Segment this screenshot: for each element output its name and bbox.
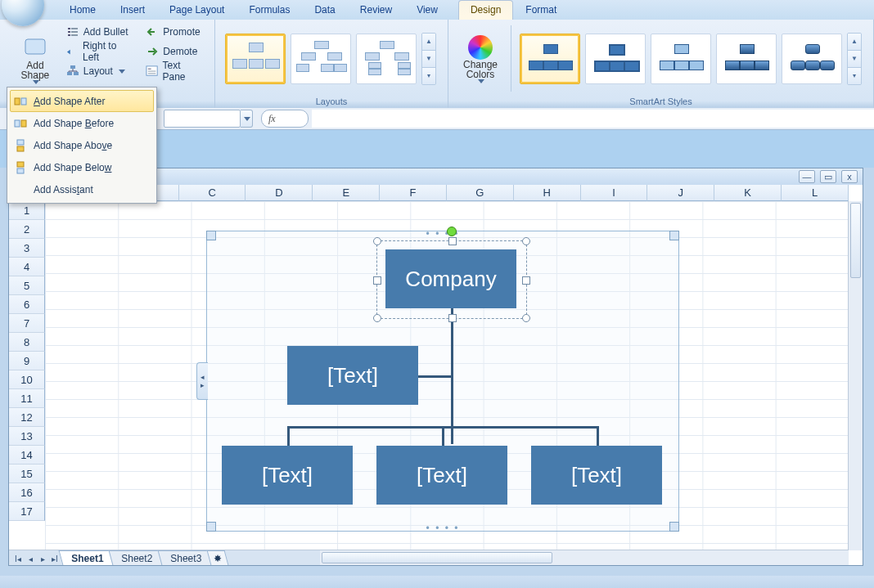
scroll-thumb[interactable] [322, 552, 552, 563]
tab-view[interactable]: View [404, 0, 450, 20]
row-header[interactable]: 3 [9, 239, 45, 258]
row-header[interactable]: 2 [9, 220, 45, 239]
column-header[interactable]: I [581, 185, 648, 201]
gallery-scroll-up-icon[interactable]: ▲ [848, 34, 861, 51]
resize-handle[interactable]: • • • • [426, 523, 460, 534]
resize-handle[interactable] [373, 314, 381, 322]
tab-home[interactable]: Home [57, 0, 108, 20]
row-header[interactable]: 15 [9, 465, 45, 483]
add-shape-button[interactable]: Add Shape [13, 22, 57, 95]
layout-option-3[interactable] [356, 34, 417, 84]
row-header[interactable]: 17 [9, 502, 45, 521]
smartart-node-leaf-2[interactable]: [Text] [376, 446, 507, 505]
promote-button[interactable]: Promote [142, 22, 208, 42]
column-header[interactable]: K [714, 185, 782, 201]
layout-option-2[interactable] [291, 34, 351, 84]
sheet-tab-2[interactable]: Sheet2 [109, 550, 165, 565]
column-header[interactable]: F [380, 185, 447, 201]
resize-handle[interactable] [373, 237, 381, 245]
menu-add-shape-below[interactable]: Add Shape Below [10, 156, 154, 178]
row-header[interactable]: 6 [9, 295, 45, 314]
resize-handle[interactable] [522, 237, 530, 245]
row-header[interactable]: 10 [9, 370, 45, 389]
window-close-button[interactable]: x [841, 170, 858, 183]
menu-add-shape-after[interactable]: Add Shape After [10, 90, 154, 112]
gallery-expand-icon[interactable]: ▾ [422, 68, 435, 84]
row-header[interactable]: 7 [9, 314, 45, 333]
layouts-gallery-scroll[interactable]: ▲ ▼ ▾ [421, 33, 436, 85]
row-header[interactable]: 13 [9, 427, 45, 446]
horizontal-scrollbar[interactable] [320, 550, 849, 565]
style-option-1[interactable] [520, 34, 580, 84]
style-option-3[interactable] [651, 34, 711, 84]
gallery-scroll-up-icon[interactable]: ▲ [422, 34, 435, 51]
menu-add-shape-before[interactable]: Add Shape Before [10, 112, 154, 134]
cell-grid[interactable]: • • • • • • • • ◂▸ Company [Text] [Text]… [45, 201, 849, 550]
name-box-dropdown[interactable] [241, 110, 253, 128]
row-header[interactable]: 5 [9, 276, 45, 295]
resize-handle[interactable] [522, 314, 530, 322]
column-header[interactable]: L [782, 185, 849, 201]
styles-gallery-scroll[interactable]: ▲ ▼ ▾ [847, 33, 862, 85]
sheet-tab-new[interactable]: ✸ [207, 550, 229, 565]
fx-icon[interactable]: fx [262, 113, 282, 125]
add-bullet-button[interactable]: Add Bullet [62, 22, 137, 42]
resize-handle[interactable] [448, 237, 457, 245]
column-header[interactable]: C [179, 185, 246, 201]
layout-option-1[interactable] [225, 34, 286, 84]
layout-button[interactable]: Layout [62, 61, 137, 81]
column-header[interactable]: G [447, 185, 514, 201]
gallery-expand-icon[interactable]: ▾ [848, 68, 861, 84]
column-header[interactable]: H [514, 185, 581, 201]
sheet-tab-3[interactable]: Sheet3 [158, 550, 214, 565]
style-option-5[interactable] [782, 34, 842, 84]
text-pane-button[interactable]: Text Pane [142, 61, 208, 81]
demote-button[interactable]: Demote [142, 42, 208, 61]
row-header[interactable]: 1 [9, 201, 45, 220]
gallery-scroll-down-icon[interactable]: ▼ [422, 51, 435, 68]
text-pane-expander[interactable]: ◂▸ [196, 362, 208, 400]
column-header[interactable]: D [246, 185, 313, 201]
row-header[interactable]: 14 [9, 446, 45, 465]
tab-review[interactable]: Review [348, 0, 404, 20]
tab-page-layout[interactable]: Page Layout [157, 0, 237, 20]
row-header[interactable]: 9 [9, 352, 45, 370]
sheet-tab-1[interactable]: Sheet1 [59, 550, 116, 565]
resize-handle[interactable] [669, 231, 679, 240]
resize-handle[interactable] [373, 276, 381, 285]
tab-design[interactable]: Design [458, 0, 513, 20]
window-maximize-button[interactable]: ▭ [820, 170, 836, 183]
column-header[interactable]: J [647, 185, 714, 201]
right-to-left-button[interactable]: Right to Left [62, 42, 137, 61]
smartart-node-leaf-3[interactable]: [Text] [531, 446, 662, 505]
tab-nav-first[interactable]: I◂ [12, 552, 24, 565]
resize-handle[interactable] [206, 522, 216, 532]
scroll-thumb[interactable] [850, 203, 861, 278]
tab-formulas[interactable]: Formulas [237, 0, 302, 20]
window-minimize-button[interactable]: — [799, 170, 815, 183]
tab-format[interactable]: Format [513, 0, 569, 20]
menu-add-assistant[interactable]: Add Assistant [10, 178, 154, 200]
tab-data[interactable]: Data [302, 0, 347, 20]
resize-handle[interactable] [669, 522, 679, 532]
smartart-node-assistant[interactable]: [Text] [287, 346, 418, 405]
smartart-object[interactable]: • • • • • • • • ◂▸ Company [Text] [Text]… [206, 231, 679, 532]
row-header[interactable]: 11 [9, 389, 45, 408]
gallery-scroll-down-icon[interactable]: ▼ [848, 51, 861, 68]
resize-handle[interactable] [522, 276, 530, 285]
tab-nav-prev[interactable]: ◂ [25, 552, 36, 565]
name-box[interactable] [164, 110, 241, 128]
rotate-handle[interactable] [447, 227, 457, 236]
menu-add-shape-above[interactable]: Add Shape Above [10, 134, 154, 156]
style-option-2[interactable] [585, 34, 646, 84]
row-header[interactable]: 12 [9, 408, 45, 427]
formula-input[interactable] [312, 110, 874, 128]
tab-insert[interactable]: Insert [108, 0, 157, 20]
row-header[interactable]: 8 [9, 333, 45, 352]
resize-handle[interactable] [206, 231, 216, 240]
smartart-node-leaf-1[interactable]: [Text] [222, 446, 353, 505]
row-header[interactable]: 4 [9, 258, 45, 276]
tab-nav-next[interactable]: ▸ [37, 552, 48, 565]
vertical-scrollbar[interactable] [848, 201, 863, 550]
change-colors-button[interactable]: Change Colors [455, 22, 506, 95]
